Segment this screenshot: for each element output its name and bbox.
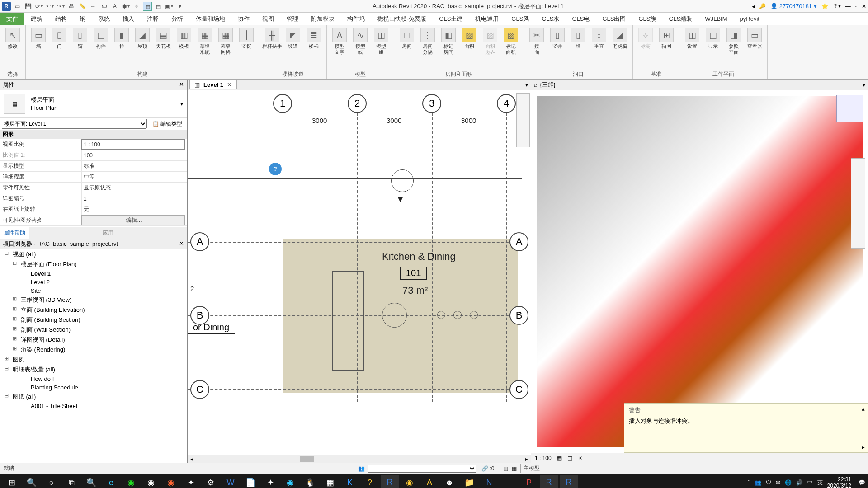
section-marker-icon[interactable]: –: [391, 169, 414, 192]
scale-label[interactable]: 1 : 100: [535, 455, 552, 461]
ribbon-button[interactable]: ◫设置: [682, 27, 702, 70]
property-value[interactable]: 无: [81, 204, 187, 215]
ribbon-tab-6[interactable]: 注释: [141, 13, 165, 25]
property-value[interactable]: 编辑...: [81, 215, 185, 225]
ribbon-button[interactable]: ▤天花板: [153, 27, 173, 70]
app-qq[interactable]: 🐧: [301, 475, 319, 488]
view-2d-menu-icon[interactable]: ▾: [523, 82, 531, 88]
worksets-icon[interactable]: 👥: [358, 465, 365, 472]
search-button[interactable]: 🔍: [23, 475, 41, 488]
ribbon-button[interactable]: ◢老虎窗: [610, 27, 630, 70]
app-menu-icon[interactable]: R: [2, 2, 11, 11]
ribbon-button[interactable]: ▭墙: [28, 27, 48, 70]
app-revit3[interactable]: R: [560, 475, 578, 488]
canvas-3d[interactable]: 警告 插入对象与连接墙冲突。 ▸ ▴: [531, 90, 868, 453]
main-model[interactable]: 主模型: [520, 464, 576, 473]
tree-item[interactable]: Site: [0, 286, 187, 295]
property-value[interactable]: 标准: [81, 161, 187, 171]
view-3d-tab[interactable]: {三维}: [540, 81, 556, 89]
ribbon-button[interactable]: ▨面积: [459, 27, 479, 70]
thinlines-icon[interactable]: ▦: [143, 2, 152, 11]
warning-expand-icon[interactable]: ▸: [862, 444, 865, 450]
property-row[interactable]: 详细程度中等: [0, 172, 187, 183]
property-value[interactable]: 显示原状态: [81, 183, 187, 193]
app-inventor[interactable]: I: [500, 475, 518, 488]
ribbon-tab-21[interactable]: GLS族: [632, 13, 662, 25]
help-icon[interactable]: ？▾: [833, 2, 841, 10]
ribbon-button[interactable]: ▨面积 边界: [480, 27, 500, 70]
project-browser[interactable]: 视图 (all)楼层平面 (Floor Plan)Level 1Level 2S…: [0, 249, 187, 463]
app-word[interactable]: W: [222, 475, 240, 488]
app-edge[interactable]: e: [102, 475, 120, 488]
ribbon-tab-23[interactable]: WJLBIM: [698, 13, 733, 25]
ribbon-button[interactable]: ▯窗: [70, 27, 90, 70]
app-kugou[interactable]: K: [341, 475, 359, 488]
app-everything[interactable]: 🔍: [82, 475, 100, 488]
app-cad[interactable]: ✦: [182, 475, 200, 488]
ribbon-tab-7[interactable]: 分析: [165, 13, 189, 25]
vc-style-icon[interactable]: ◫: [567, 455, 572, 461]
tray-mail-icon[interactable]: ✉: [776, 479, 780, 486]
tree-item[interactable]: 图纸 (all): [0, 392, 187, 402]
info-icon[interactable]: ◂: [752, 3, 755, 9]
ribbon-button[interactable]: ↕垂直: [589, 27, 609, 70]
ribbon-tab-5[interactable]: 插入: [116, 13, 141, 25]
ribbon-button[interactable]: ▭查看器: [745, 27, 764, 70]
ribbon-tab-1[interactable]: 建筑: [24, 13, 49, 25]
app-revit[interactable]: R: [381, 475, 399, 488]
tree-item[interactable]: How do I: [0, 375, 187, 383]
section-icon[interactable]: ✧: [132, 2, 141, 11]
property-value[interactable]: 中等: [81, 172, 187, 182]
warning-collapse-icon[interactable]: ▴: [862, 405, 865, 412]
property-row[interactable]: 显示模型标准: [0, 161, 187, 172]
tree-item[interactable]: 剖面 (Building Section): [0, 315, 187, 325]
ribbon-tab-15[interactable]: GLS土建: [433, 13, 469, 25]
type-selector[interactable]: ▦ 楼层平面 Floor Plan ▾: [0, 90, 187, 118]
tree-item[interactable]: 三维视图 (3D View): [0, 295, 187, 305]
ribbon-tab-16[interactable]: 机电通用: [469, 13, 505, 25]
view-2d-tab[interactable]: ▥ Level 1 ✕: [189, 80, 237, 89]
tree-item[interactable]: 详图视图 (Detail): [0, 335, 187, 345]
canvas-2d[interactable]: 1 2 3 4 3000 3000 3000 A B C A B C ? –: [188, 90, 531, 455]
tray-up-icon[interactable]: ˄: [747, 479, 750, 486]
app-revit2[interactable]: R: [540, 475, 558, 488]
app-dingtalk[interactable]: ◉: [281, 475, 299, 488]
minimize-button[interactable]: —: [845, 3, 851, 9]
edit-type-button[interactable]: 📋 编辑类型: [150, 119, 185, 129]
ribbon-button[interactable]: ≣楼梯: [304, 27, 324, 70]
ribbon-tab-10[interactable]: 视图: [256, 13, 280, 25]
save-icon[interactable]: 💾: [24, 2, 33, 11]
qat-more-icon[interactable]: ▾: [175, 2, 184, 11]
ribbon-button[interactable]: ⋮房间 分隔: [418, 27, 438, 70]
ribbon-tab-9[interactable]: 协作: [231, 13, 256, 25]
app-misc2[interactable]: A: [420, 475, 439, 488]
property-row[interactable]: 详图编号1: [0, 193, 187, 204]
property-row[interactable]: 零件可见性显示原状态: [0, 183, 187, 193]
tree-item[interactable]: Level 2: [0, 278, 187, 286]
app-lumion[interactable]: ✦: [261, 475, 279, 488]
ribbon-tab-17[interactable]: GLS风: [505, 13, 535, 25]
ribbon-tab-20[interactable]: GLS出图: [596, 13, 632, 25]
ribbon-button[interactable]: ◢屋顶: [132, 27, 152, 70]
ribbon-tab-4[interactable]: 系统: [92, 13, 116, 25]
tag-icon[interactable]: 🏷: [99, 2, 108, 11]
app-firefox[interactable]: ◉: [162, 475, 180, 488]
tray-vol-icon[interactable]: 🔊: [796, 479, 803, 486]
tree-item[interactable]: 楼层平面 (Floor Plan): [0, 259, 187, 269]
ribbon-tab-14[interactable]: 橄榄山快模-免费版: [371, 13, 433, 25]
close-inactive-icon[interactable]: ▤: [154, 2, 163, 11]
ribbon-button[interactable]: ▯墙: [568, 27, 588, 70]
viewcube[interactable]: [836, 95, 863, 122]
tray-ime2[interactable]: 英: [817, 479, 823, 487]
tree-item[interactable]: 图例: [0, 355, 187, 365]
app-misc3[interactable]: ☻: [440, 475, 458, 488]
ribbon-tab-13[interactable]: 构件坞: [341, 13, 371, 25]
property-row[interactable]: 在图纸上旋转无: [0, 204, 187, 215]
ribbon-button[interactable]: ↖修改: [3, 27, 23, 70]
tree-item[interactable]: 立面 (Building Elevation): [0, 305, 187, 315]
maximize-button[interactable]: ▫: [855, 3, 857, 9]
vc-detail-icon[interactable]: ▦: [557, 455, 562, 461]
ribbon-button[interactable]: ◫构件: [91, 27, 111, 70]
sync-icon[interactable]: ⟳▾: [34, 2, 43, 11]
undo-icon[interactable]: ↶▾: [45, 2, 54, 11]
